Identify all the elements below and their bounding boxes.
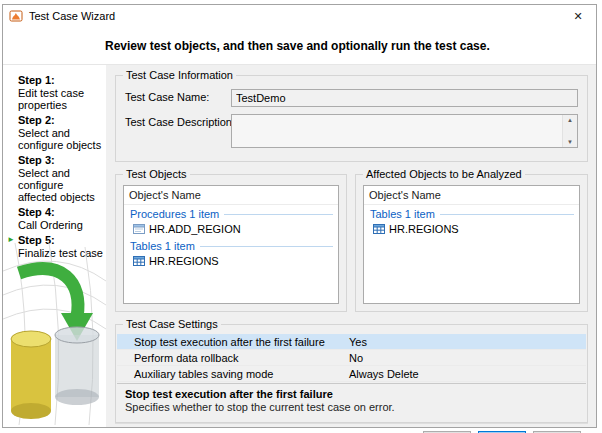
sidebar-item-step-1[interactable]: Step 1: Edit test case properties <box>18 74 104 111</box>
column-header-objects-name[interactable]: Object's Name <box>124 186 338 205</box>
group-title: Affected Objects to be Analyzed <box>363 168 525 181</box>
table-icon <box>373 223 385 235</box>
table-icon <box>133 255 145 267</box>
test-case-description-label: Test Case Description: <box>125 114 231 128</box>
affected-objects-list: Object's Name Tables 1 item <box>363 185 580 304</box>
setting-row-data-rollback[interactable]: Perform data rollback No <box>117 350 586 366</box>
setting-description-panel: Stop test execution after the first fail… <box>117 383 586 421</box>
test-case-settings-group: Test Case Settings Stop test execution a… <box>115 324 588 423</box>
tree-group-tables[interactable]: Tables 1 item <box>364 205 579 221</box>
setting-row-stop-on-failure[interactable]: Stop test execution after the first fail… <box>117 334 586 350</box>
procedure-icon <box>133 223 145 235</box>
page-title: Review test objects, and then save and o… <box>105 39 490 53</box>
test-case-description-input[interactable]: ▲ ▼ <box>231 114 578 148</box>
scroll-up-icon[interactable]: ▲ <box>567 117 573 123</box>
list-item[interactable]: HR.REGIONS <box>364 221 579 237</box>
description-scrollbar[interactable]: ▲ ▼ <box>562 115 577 147</box>
app-icon <box>9 9 23 23</box>
tree-group-tables[interactable]: Tables 1 item <box>124 237 338 253</box>
sidebar-item-step-4[interactable]: Step 4: Call Ordering <box>18 206 104 231</box>
window-title: Test Case Wizard <box>29 10 560 22</box>
close-icon[interactable]: ✕ <box>560 5 596 27</box>
group-title: Test Case Settings <box>123 318 221 331</box>
test-case-name-label: Test Case Name: <box>125 89 231 103</box>
scroll-down-icon[interactable]: ▼ <box>567 139 573 145</box>
group-title: Test Objects <box>123 168 190 181</box>
tree-group-procedures[interactable]: Procedures 1 item <box>124 205 338 221</box>
steps-sidebar: Step 1: Edit test case properties Step 2… <box>3 65 106 427</box>
wizard-header: Review test objects, and then save and o… <box>3 27 596 65</box>
list-item[interactable]: HR.REGIONS <box>124 253 338 269</box>
test-case-wizard-window: Test Case Wizard ✕ Review test objects, … <box>2 4 597 428</box>
group-title: Test Case Information <box>123 69 236 82</box>
sidebar-item-step-3[interactable]: Step 3: Select and configure affected ob… <box>18 154 104 203</box>
setting-row-auxiliary-tables[interactable]: Auxiliary tables saving mode Always Dele… <box>117 366 586 382</box>
titlebar: Test Case Wizard ✕ <box>3 5 596 27</box>
footer: < Back Finish Cancel <box>115 423 588 433</box>
setting-description-text: Specifies whether to stop the current te… <box>125 401 578 413</box>
test-case-name-input[interactable] <box>231 89 578 107</box>
setting-description-title: Stop test execution after the first fail… <box>125 388 578 400</box>
test-case-information-group: Test Case Information Test Case Name: Te… <box>115 75 588 162</box>
list-item[interactable]: HR.ADD_REGION <box>124 221 338 237</box>
column-header-objects-name[interactable]: Object's Name <box>364 186 579 205</box>
test-objects-group: Test Objects Object's Name Procedures 1 … <box>115 174 347 312</box>
main-content: Test Case Information Test Case Name: Te… <box>106 65 596 427</box>
test-objects-list: Object's Name Procedures 1 item HR. <box>123 185 339 304</box>
sidebar-item-step-2[interactable]: Step 2: Select and configure objects <box>18 114 104 151</box>
affected-objects-group: Affected Objects to be Analyzed Object's… <box>355 174 588 312</box>
wizard-graphic <box>3 243 106 427</box>
